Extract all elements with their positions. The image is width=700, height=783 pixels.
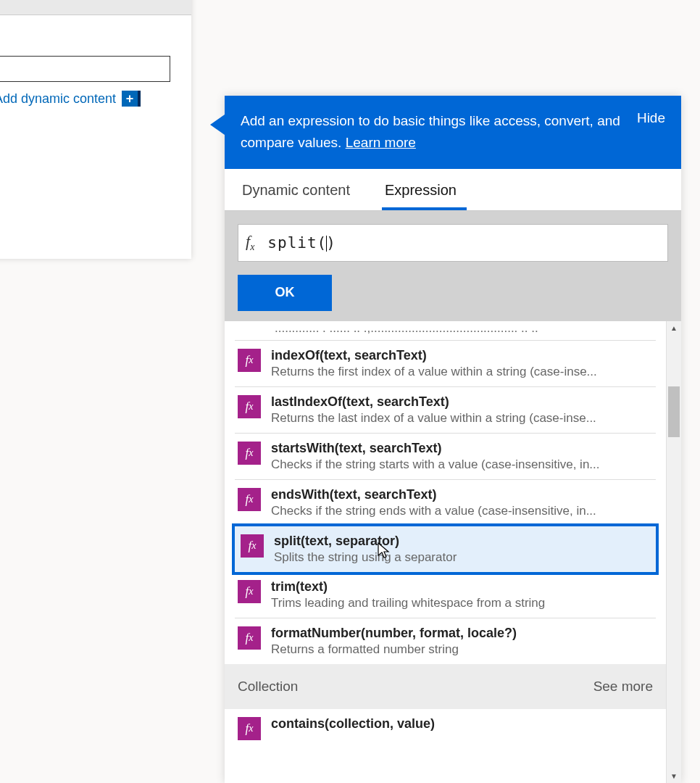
- fx-icon: fx: [238, 717, 261, 740]
- function-list-scroll: ............. . ...... .. .,............…: [225, 321, 681, 783]
- function-desc: Returns the last index of a value within…: [271, 411, 653, 426]
- function-title: formatNumber(number, format, locale?): [271, 626, 653, 641]
- category-row-collection[interactable]: Collection See more: [225, 664, 666, 709]
- function-title: trim(text): [271, 579, 653, 594]
- function-title: indexOf(text, searchText): [271, 348, 653, 363]
- function-title: lastIndexOf(text, searchText): [271, 394, 653, 410]
- function-item-indexof[interactable]: fx indexOf(text, searchText) Returns the…: [235, 341, 656, 387]
- scrollbar[interactable]: ▲ ▼: [666, 321, 681, 783]
- fx-icon: fx: [241, 534, 264, 558]
- function-list: ............. . ...... .. .,............…: [225, 321, 666, 783]
- function-desc: Trims leading and trailing whitespace fr…: [271, 596, 653, 610]
- callout-pointer-icon: [210, 115, 225, 135]
- function-desc: Splits the string using a separator: [274, 550, 650, 565]
- fx-icon: fx: [238, 395, 261, 418]
- tabs: Dynamic content Expression: [225, 169, 681, 211]
- add-dynamic-row[interactable]: Add dynamic content +: [0, 91, 191, 107]
- category-name: Collection: [238, 679, 298, 695]
- function-title: startsWith(text, searchText): [271, 441, 653, 456]
- popup-header-text: Add an expression to do basic things lik…: [241, 110, 622, 154]
- function-title: endsWith(text, searchText): [271, 487, 653, 502]
- fx-icon: fx: [238, 349, 261, 372]
- expression-editor-area: fx split() OK: [225, 211, 681, 321]
- scroll-thumb[interactable]: [668, 386, 680, 437]
- plus-icon[interactable]: +: [122, 91, 141, 107]
- popup-header: Add an expression to do basic things lik…: [225, 96, 681, 169]
- function-desc: Checks if the string ends with a value (…: [271, 504, 653, 518]
- function-desc-cutoff: ............. . ...... .. .,............…: [235, 321, 656, 341]
- card-header-faded: [0, 0, 191, 15]
- fx-prefix-icon: fx: [246, 232, 254, 253]
- tab-dynamic-content[interactable]: Dynamic content: [239, 169, 360, 210]
- function-item-endswith[interactable]: fx endsWith(text, searchText) Checks if …: [235, 480, 656, 526]
- expression-text: split(): [267, 234, 336, 252]
- function-desc: Returns the first index of a value withi…: [271, 365, 653, 379]
- expression-popup: Add an expression to do basic things lik…: [225, 96, 681, 783]
- expression-input[interactable]: fx split(): [238, 224, 668, 262]
- function-item-startswith[interactable]: fx startsWith(text, searchText) Checks i…: [235, 434, 656, 480]
- tab-expression[interactable]: Expression: [382, 169, 467, 210]
- scroll-up-icon[interactable]: ▲: [667, 321, 681, 336]
- function-item-contains[interactable]: fx contains(collection, value): [235, 709, 656, 740]
- function-desc: Checks if the string starts with a value…: [271, 457, 653, 472]
- function-title: contains(collection, value): [271, 716, 653, 732]
- trigger-card: Add dynamic content +: [0, 0, 191, 259]
- fx-icon: fx: [238, 580, 261, 603]
- see-more-link[interactable]: See more: [593, 679, 653, 695]
- function-item-formatnumber[interactable]: fx formatNumber(number, format, locale?)…: [235, 618, 656, 664]
- fx-icon: fx: [238, 488, 261, 511]
- function-title: split(text, separator): [274, 534, 650, 549]
- scroll-down-icon[interactable]: ▼: [667, 768, 681, 783]
- fx-icon: fx: [238, 626, 261, 650]
- function-item-trim[interactable]: fx trim(text) Trims leading and trailing…: [235, 572, 656, 618]
- function-desc: Returns a formatted number string: [271, 642, 653, 657]
- function-item-split[interactable]: fx split(text, separator) Splits the str…: [232, 523, 659, 575]
- header-text: Add an expression to do basic things lik…: [241, 113, 620, 150]
- hide-button[interactable]: Hide: [637, 110, 665, 126]
- add-dynamic-link[interactable]: Add dynamic content: [0, 91, 116, 107]
- ok-button[interactable]: OK: [238, 275, 332, 311]
- learn-more-link[interactable]: Learn more: [346, 135, 416, 150]
- input-field[interactable]: [0, 56, 170, 82]
- fx-icon: fx: [238, 442, 261, 465]
- function-item-lastindexof[interactable]: fx lastIndexOf(text, searchText) Returns…: [235, 387, 656, 434]
